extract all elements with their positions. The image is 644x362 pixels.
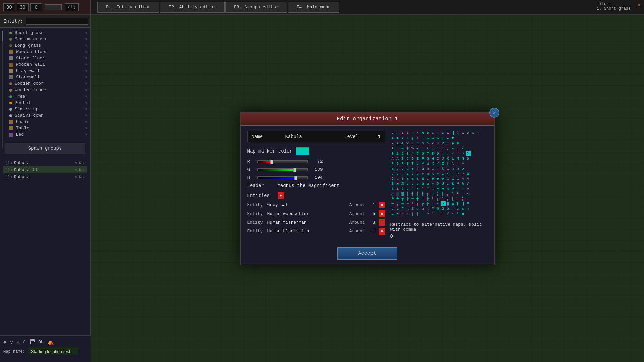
char-cell[interactable]: ╩ xyxy=(441,196,446,201)
eye-icon[interactable]: 👁 xyxy=(39,339,44,345)
char-cell[interactable]: ⊗ xyxy=(456,141,461,146)
char-cell[interactable]: ; xyxy=(446,151,451,156)
char-cell[interactable]: ⌠ xyxy=(410,212,415,217)
char-cell[interactable]: ╛ xyxy=(461,191,466,196)
char-cell[interactable]: î xyxy=(451,176,456,181)
char-cell[interactable]: ÷ xyxy=(420,212,426,217)
char-cell[interactable]: ← xyxy=(426,136,431,141)
char-cell[interactable]: ╥ xyxy=(400,201,405,206)
char-cell[interactable]: ☽ xyxy=(410,141,415,146)
char-cell[interactable]: ┤ xyxy=(410,191,415,196)
char-cell[interactable]: τ xyxy=(426,206,431,212)
char-cell[interactable]: D xyxy=(410,156,415,161)
char-cell[interactable]: P xyxy=(390,161,395,166)
char-cell[interactable]: w xyxy=(426,171,431,176)
char-cell[interactable]: ∞ xyxy=(451,206,456,212)
char-cell[interactable]: ∩ xyxy=(466,206,471,212)
char-cell[interactable]: V xyxy=(420,161,426,166)
char-cell[interactable]: _ xyxy=(466,161,471,166)
edit-icon2[interactable]: ✏ xyxy=(83,174,85,179)
spawn-group-item-selected[interactable]: (1) Kabula II ✎ ⧉ ✏ xyxy=(3,166,87,173)
char-cell[interactable]: ½ xyxy=(446,186,451,191)
char-cell[interactable]: ╚ xyxy=(431,196,436,201)
char-cell[interactable]: Æ xyxy=(400,181,405,186)
char-cell[interactable]: ⊙ xyxy=(420,141,426,146)
char-cell[interactable]: j xyxy=(436,166,441,171)
char-cell[interactable]: m xyxy=(451,166,456,171)
edit-pencil-icon[interactable]: ✎ xyxy=(75,174,78,179)
char-cell[interactable]: ↔ xyxy=(436,136,441,141)
b-slider[interactable] xyxy=(257,176,308,179)
char-cell[interactable]: % xyxy=(410,146,415,151)
char-cell[interactable]: ╜ xyxy=(456,191,461,196)
char-cell[interactable]: ê xyxy=(431,176,436,181)
color-preview[interactable] xyxy=(296,147,309,155)
char-cell[interactable]: ▐ xyxy=(451,131,456,136)
char-cell[interactable]: ╒ xyxy=(415,201,420,206)
char-cell[interactable]: · xyxy=(390,131,395,136)
char-cell[interactable]: ╨ xyxy=(390,201,395,206)
copy-icon[interactable]: ⧉ xyxy=(79,160,82,165)
char-cell[interactable]: # xyxy=(400,146,405,151)
char-cell[interactable]: ² xyxy=(456,212,461,217)
list-item[interactable]: Stone floor ✎ xyxy=(7,55,90,61)
char-cell[interactable]: å xyxy=(420,176,426,181)
char-cell[interactable]: ♜ xyxy=(426,131,431,136)
char-cell[interactable]: ♦ xyxy=(441,131,446,136)
char-cell[interactable]: µ xyxy=(420,206,426,212)
char-cell[interactable]: → xyxy=(431,136,436,141)
char-cell[interactable]: y xyxy=(436,171,441,176)
char-cell[interactable]: ╢ xyxy=(420,191,426,196)
list-item[interactable]: Bed ✎ xyxy=(7,131,90,138)
edit-icon[interactable]: ✎ xyxy=(85,69,87,73)
char-cell[interactable]: ⊕ xyxy=(400,141,405,146)
char-cell[interactable]: ✿ xyxy=(415,131,420,136)
chevron-down-icon[interactable]: ▽ xyxy=(10,339,13,345)
copy-icon[interactable]: ⧉ xyxy=(79,174,82,179)
char-cell[interactable]: c xyxy=(400,166,405,171)
char-cell[interactable]: ✠ xyxy=(426,141,431,146)
char-cell[interactable]: S xyxy=(405,161,410,166)
char-cell[interactable]: ° xyxy=(431,212,436,217)
char-cell[interactable]: Φ xyxy=(431,206,436,212)
edit-icon[interactable]: ✎ xyxy=(85,81,87,86)
char-cell[interactable]: █ xyxy=(446,201,451,206)
char-cell[interactable]: X xyxy=(431,161,436,166)
char-cell[interactable]: a xyxy=(390,166,395,171)
char-cell[interactable]: e xyxy=(410,166,415,171)
char-cell[interactable]: ¼ xyxy=(451,186,456,191)
char-cell[interactable]: v xyxy=(420,171,426,176)
map-name-input[interactable] xyxy=(28,348,78,355)
list-item[interactable]: Stairs down ✎ xyxy=(7,112,90,119)
edit-icon[interactable]: ✎ xyxy=(85,132,87,137)
char-cell[interactable]: ═ xyxy=(456,196,461,201)
char-cell[interactable]: ♈ xyxy=(405,141,410,146)
char-cell[interactable]: K xyxy=(446,156,451,161)
char-cell[interactable]: / xyxy=(461,146,466,151)
char-cell[interactable]: ¡ xyxy=(456,186,461,191)
r-slider[interactable] xyxy=(257,160,308,163)
char-cell[interactable]: " xyxy=(395,146,400,151)
char-cell[interactable]: ╓ xyxy=(420,201,426,206)
delete-entity-button[interactable]: ✕ xyxy=(379,210,385,217)
char-cell[interactable]: o xyxy=(461,166,466,171)
delete-entity-button[interactable]: ✕ xyxy=(379,202,385,208)
char-cell[interactable]: ┐ xyxy=(466,191,471,196)
edit-icon[interactable]: ✎ xyxy=(85,94,87,99)
char-cell[interactable]: ┼ xyxy=(415,196,420,201)
char-cell[interactable]: ¿ xyxy=(431,186,436,191)
char-cell[interactable]: φ xyxy=(456,206,461,212)
char-cell[interactable]: û xyxy=(420,181,426,186)
char-cell[interactable]: ? xyxy=(466,151,471,156)
char-cell[interactable]: ╞ xyxy=(420,196,426,201)
char-cell[interactable]: ╙ xyxy=(405,201,410,206)
triangle-up-icon[interactable]: △ xyxy=(16,339,20,345)
list-item[interactable]: Wooden fence ✎ xyxy=(7,87,90,93)
char-cell[interactable]: \ xyxy=(451,161,456,166)
char-cell[interactable]: ☮ xyxy=(441,141,446,146)
list-item[interactable]: Short grass ✎ xyxy=(7,29,90,36)
char-cell[interactable]: ┬ xyxy=(400,196,405,201)
char-cell[interactable]: ✡ xyxy=(415,141,420,146)
char-cell[interactable]: i xyxy=(431,166,436,171)
char-cell[interactable]: ï xyxy=(446,176,451,181)
